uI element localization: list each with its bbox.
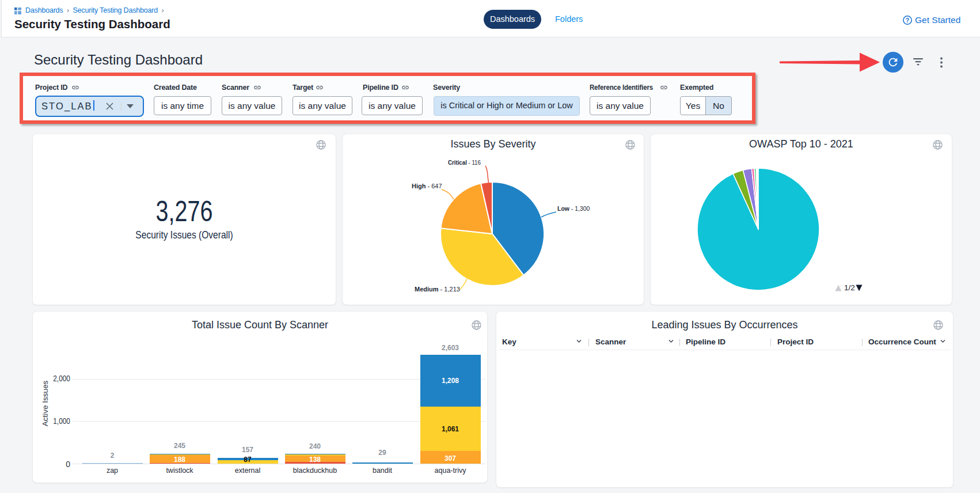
svg-text:?: ?	[906, 17, 909, 24]
